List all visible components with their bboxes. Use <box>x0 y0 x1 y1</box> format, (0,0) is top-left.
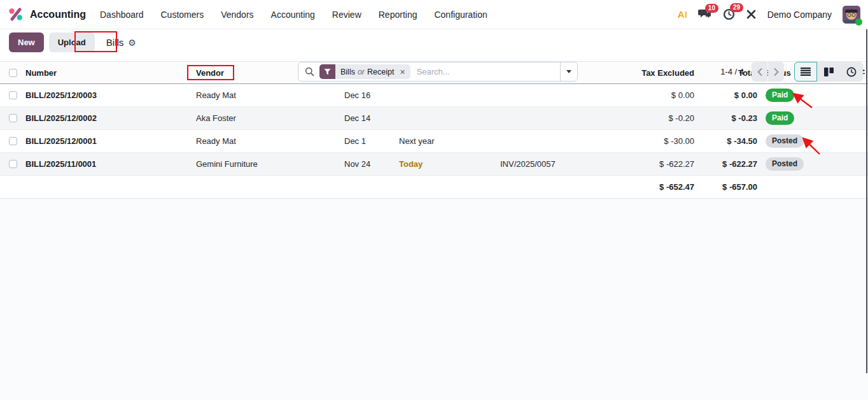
facet-connector: or <box>358 68 365 76</box>
bill-date[interactable]: Dec 1 <box>344 130 399 153</box>
vendor-name[interactable]: Aka Foster <box>196 107 344 130</box>
systray: AI 10 29 Demo Company <box>678 6 860 24</box>
table-row[interactable]: BILL/2025/12/0001 Ready Mat Dec 1 Next y… <box>0 130 868 153</box>
search-input[interactable] <box>410 67 560 76</box>
bill-date[interactable]: Nov 24 <box>344 153 399 176</box>
bill-number[interactable]: BILL/2025/12/0003 <box>25 84 196 107</box>
status-badge[interactable]: Posted <box>766 134 804 147</box>
reference[interactable] <box>500 84 605 107</box>
pager-range: 1-4 / 4 <box>720 67 744 76</box>
status-badge[interactable]: Paid <box>766 111 794 124</box>
total-amount[interactable]: $ -622.27 <box>694 153 757 176</box>
status-badge[interactable]: Paid <box>766 89 794 101</box>
online-status-dot <box>855 18 862 25</box>
facet-label: Bills or Receipt × <box>335 64 410 79</box>
facet-value-bills: Bills <box>340 68 355 76</box>
app-switcher[interactable]: Accounting <box>8 8 86 21</box>
window-right-scrollbar[interactable] <box>866 29 867 373</box>
pager <box>752 62 784 82</box>
row-checkbox[interactable] <box>9 114 17 122</box>
view-switcher <box>794 62 863 82</box>
bill-number[interactable]: BILL/2025/12/0001 <box>25 130 196 153</box>
facet-remove-icon[interactable]: × <box>400 68 405 76</box>
messages-icon[interactable]: 10 <box>698 9 712 20</box>
facet-value-receipt: Receipt <box>367 68 394 76</box>
table-row[interactable]: BILL/2025/11/0001 Gemini Furniture Nov 2… <box>0 153 868 176</box>
vendor-name[interactable]: Ready Mat <box>196 130 344 153</box>
reference[interactable] <box>500 130 605 153</box>
bills-list-table: Number Vendor Bill Date Due Date Referen… <box>0 61 868 199</box>
menu-dashboard[interactable]: Dashboard <box>100 10 144 20</box>
tax-excluded-sum: $ -652.47 <box>605 176 694 199</box>
vendor-name[interactable]: Gemini Furniture <box>196 153 344 176</box>
menu-accounting[interactable]: Accounting <box>271 10 315 20</box>
due-date[interactable]: Today <box>399 153 500 176</box>
menu-customers[interactable]: Customers <box>161 10 204 20</box>
tools-icon[interactable] <box>746 9 757 20</box>
bill-date[interactable]: Dec 14 <box>344 107 399 130</box>
row-checkbox[interactable] <box>9 137 17 145</box>
total-sum: $ -657.00 <box>694 176 757 199</box>
status-badge[interactable]: Posted <box>766 157 804 170</box>
row-checkbox[interactable] <box>9 91 17 99</box>
menu-review[interactable]: Review <box>332 10 361 20</box>
reference[interactable] <box>500 107 605 130</box>
bill-number[interactable]: BILL/2025/11/0001 <box>25 153 196 176</box>
menu-reporting[interactable]: Reporting <box>379 10 417 20</box>
pager-next-button[interactable] <box>768 62 784 82</box>
gear-icon[interactable]: ⚙ <box>128 38 136 48</box>
due-date[interactable]: Next year <box>399 130 500 153</box>
empty-content-area <box>0 199 868 400</box>
list-view-button[interactable] <box>794 62 817 82</box>
app-name: Accounting <box>30 9 86 20</box>
search-facet-filter: Bills or Receipt × <box>319 64 410 79</box>
list-icon <box>801 68 811 76</box>
menu-vendors[interactable]: Vendors <box>221 10 253 20</box>
main-menu: Dashboard Customers Vendors Accounting R… <box>100 10 487 20</box>
table-footer-row: $ -652.47 $ -657.00 <box>0 176 868 199</box>
ai-icon[interactable]: AI <box>678 9 687 20</box>
accounting-app-logo-icon <box>8 8 24 21</box>
total-amount[interactable]: $ 0.00 <box>694 84 757 107</box>
activities-count-badge: 29 <box>730 3 743 12</box>
vendor-name[interactable]: Ready Mat <box>196 84 344 107</box>
due-date[interactable] <box>399 107 500 130</box>
pager-previous-button[interactable] <box>752 62 767 82</box>
filter-funnel-icon[interactable] <box>319 64 335 79</box>
search-icon <box>305 67 314 76</box>
total-amount[interactable]: $ -34.50 <box>694 130 757 153</box>
column-header-number[interactable]: Number <box>25 62 196 84</box>
bill-date[interactable]: Dec 16 <box>344 84 399 107</box>
new-button[interactable]: New <box>9 32 44 52</box>
kanban-icon <box>824 68 834 76</box>
top-nav-bar: Accounting Dashboard Customers Vendors A… <box>0 0 868 29</box>
due-date[interactable] <box>399 84 500 107</box>
activity-clock-icon <box>846 67 857 77</box>
select-all-checkbox[interactable] <box>9 69 17 77</box>
row-checkbox[interactable] <box>9 160 17 168</box>
table-row[interactable]: BILL/2025/12/0002 Aka Foster Dec 14 $ -0… <box>0 107 868 130</box>
column-header-tax-excluded[interactable]: Tax Excluded <box>605 62 694 84</box>
reference[interactable]: INV/2025/0057 <box>500 153 605 176</box>
total-amount[interactable]: $ -0.23 <box>694 107 757 130</box>
bill-number[interactable]: BILL/2025/12/0002 <box>25 107 196 130</box>
tax-excluded-amount[interactable]: $ 0.00 <box>605 84 694 107</box>
tax-excluded-amount[interactable]: $ -30.00 <box>605 130 694 153</box>
table-row[interactable]: BILL/2025/12/0003 Ready Mat Dec 16 $ 0.0… <box>0 84 868 107</box>
control-panel: New Upload Bills ⚙ Bills or Receipt × <box>0 29 868 61</box>
tax-excluded-amount[interactable]: $ -0.20 <box>605 107 694 130</box>
search-bar[interactable]: Bills or Receipt × <box>298 62 578 82</box>
upload-button[interactable]: Upload <box>49 32 95 52</box>
company-switcher[interactable]: Demo Company <box>767 10 832 20</box>
activity-view-button[interactable] <box>840 62 863 82</box>
activities-clock-icon[interactable]: 29 <box>723 8 735 20</box>
user-avatar[interactable] <box>843 6 860 24</box>
kanban-view-button[interactable] <box>817 62 840 82</box>
messages-count-badge: 10 <box>705 4 718 13</box>
menu-configuration[interactable]: Configuration <box>434 10 487 20</box>
chevron-down-icon <box>566 70 571 73</box>
breadcrumb-view-name[interactable]: Bills ⚙ <box>100 32 143 52</box>
tax-excluded-amount[interactable]: $ -622.27 <box>605 153 694 176</box>
search-options-toggle[interactable] <box>560 62 577 81</box>
